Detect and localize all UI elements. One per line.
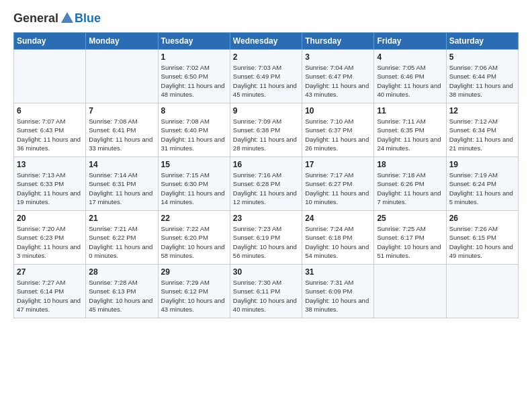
- logo-general: General: [13, 11, 58, 26]
- day-number: 3: [305, 52, 371, 62]
- day-number: 21: [89, 214, 154, 223]
- calendar-cell: [374, 265, 446, 318]
- day-number: 29: [161, 267, 227, 277]
- day-detail: Sunrise: 7:13 AM Sunset: 6:33 PM Dayligh…: [17, 171, 83, 206]
- logo-icon: [60, 11, 75, 26]
- day-number: 23: [233, 214, 299, 223]
- calendar-cell: 11Sunrise: 7:11 AM Sunset: 6:35 PM Dayli…: [374, 103, 446, 157]
- day-detail: Sunrise: 7:14 AM Sunset: 6:31 PM Dayligh…: [89, 171, 154, 206]
- day-detail: Sunrise: 7:10 AM Sunset: 6:37 PM Dayligh…: [305, 117, 371, 152]
- day-detail: Sunrise: 7:05 AM Sunset: 6:46 PM Dayligh…: [377, 63, 443, 99]
- day-number: 6: [17, 106, 83, 116]
- day-detail: Sunrise: 7:30 AM Sunset: 6:11 PM Dayligh…: [233, 278, 299, 314]
- day-number: 24: [305, 214, 371, 223]
- day-detail: Sunrise: 7:27 AM Sunset: 6:14 PM Dayligh…: [17, 278, 83, 314]
- calendar-cell: 16Sunrise: 7:16 AM Sunset: 6:28 PM Dayli…: [230, 157, 302, 211]
- calendar-cell: 28Sunrise: 7:28 AM Sunset: 6:13 PM Dayli…: [86, 265, 158, 318]
- day-number: 4: [377, 52, 443, 62]
- calendar-cell: 27Sunrise: 7:27 AM Sunset: 6:14 PM Dayli…: [14, 265, 86, 318]
- day-number: 9: [233, 106, 299, 116]
- calendar-cell: 8Sunrise: 7:08 AM Sunset: 6:40 PM Daylig…: [158, 103, 230, 157]
- calendar-cell: 17Sunrise: 7:17 AM Sunset: 6:27 PM Dayli…: [302, 157, 374, 211]
- day-detail: Sunrise: 7:22 AM Sunset: 6:20 PM Dayligh…: [161, 224, 227, 260]
- day-detail: Sunrise: 7:02 AM Sunset: 6:50 PM Dayligh…: [161, 63, 227, 99]
- day-detail: Sunrise: 7:16 AM Sunset: 6:28 PM Dayligh…: [233, 171, 299, 206]
- day-number: 1: [161, 52, 227, 62]
- calendar-cell: 2Sunrise: 7:03 AM Sunset: 6:49 PM Daylig…: [230, 50, 302, 103]
- calendar-cell: 13Sunrise: 7:13 AM Sunset: 6:33 PM Dayli…: [14, 157, 86, 211]
- calendar-cell: 7Sunrise: 7:08 AM Sunset: 6:41 PM Daylig…: [86, 103, 158, 157]
- calendar-cell: 3Sunrise: 7:04 AM Sunset: 6:47 PM Daylig…: [302, 50, 374, 103]
- calendar-cell: 26Sunrise: 7:26 AM Sunset: 6:15 PM Dayli…: [446, 211, 518, 265]
- calendar-cell: 5Sunrise: 7:06 AM Sunset: 6:44 PM Daylig…: [446, 50, 518, 103]
- calendar-cell: 4Sunrise: 7:05 AM Sunset: 6:46 PM Daylig…: [374, 50, 446, 103]
- day-detail: Sunrise: 7:20 AM Sunset: 6:23 PM Dayligh…: [17, 224, 83, 260]
- day-number: 15: [161, 160, 227, 169]
- calendar-cell: 31Sunrise: 7:31 AM Sunset: 6:09 PM Dayli…: [302, 265, 374, 318]
- day-detail: Sunrise: 7:09 AM Sunset: 6:38 PM Dayligh…: [233, 117, 299, 152]
- day-detail: Sunrise: 7:04 AM Sunset: 6:47 PM Dayligh…: [305, 63, 371, 99]
- day-detail: Sunrise: 7:19 AM Sunset: 6:24 PM Dayligh…: [449, 171, 515, 206]
- calendar-table: SundayMondayTuesdayWednesdayThursdayFrid…: [13, 32, 519, 318]
- day-detail: Sunrise: 7:08 AM Sunset: 6:40 PM Dayligh…: [161, 117, 227, 152]
- weekday-header-thursday: Thursday: [302, 33, 374, 50]
- calendar-cell: 14Sunrise: 7:14 AM Sunset: 6:31 PM Dayli…: [86, 157, 158, 211]
- day-detail: Sunrise: 7:06 AM Sunset: 6:44 PM Dayligh…: [449, 63, 515, 99]
- calendar-cell: 1Sunrise: 7:02 AM Sunset: 6:50 PM Daylig…: [158, 50, 230, 103]
- day-number: 14: [89, 160, 154, 169]
- calendar-cell: 30Sunrise: 7:30 AM Sunset: 6:11 PM Dayli…: [230, 265, 302, 318]
- day-number: 26: [449, 214, 515, 223]
- calendar-cell: 23Sunrise: 7:23 AM Sunset: 6:19 PM Dayli…: [230, 211, 302, 265]
- weekday-header-row: SundayMondayTuesdayWednesdayThursdayFrid…: [14, 33, 519, 50]
- day-detail: Sunrise: 7:11 AM Sunset: 6:35 PM Dayligh…: [377, 117, 443, 152]
- day-detail: Sunrise: 7:28 AM Sunset: 6:13 PM Dayligh…: [89, 278, 154, 314]
- calendar-week-3: 13Sunrise: 7:13 AM Sunset: 6:33 PM Dayli…: [14, 157, 519, 211]
- day-number: 31: [305, 267, 371, 277]
- day-number: 7: [89, 106, 154, 116]
- day-detail: Sunrise: 7:08 AM Sunset: 6:41 PM Dayligh…: [89, 117, 154, 152]
- calendar-cell: 22Sunrise: 7:22 AM Sunset: 6:20 PM Dayli…: [158, 211, 230, 265]
- logo: General Blue: [13, 11, 101, 26]
- calendar-cell: 21Sunrise: 7:21 AM Sunset: 6:22 PM Dayli…: [86, 211, 158, 265]
- weekday-header-wednesday: Wednesday: [230, 33, 302, 50]
- calendar-cell: 6Sunrise: 7:07 AM Sunset: 6:43 PM Daylig…: [14, 103, 86, 157]
- calendar-week-4: 20Sunrise: 7:20 AM Sunset: 6:23 PM Dayli…: [14, 211, 519, 265]
- weekday-header-tuesday: Tuesday: [158, 33, 230, 50]
- day-number: 16: [233, 160, 299, 169]
- day-detail: Sunrise: 7:23 AM Sunset: 6:19 PM Dayligh…: [233, 224, 299, 260]
- calendar-cell: 10Sunrise: 7:10 AM Sunset: 6:37 PM Dayli…: [302, 103, 374, 157]
- calendar-cell: 24Sunrise: 7:24 AM Sunset: 6:18 PM Dayli…: [302, 211, 374, 265]
- day-number: 20: [17, 214, 83, 223]
- day-detail: Sunrise: 7:17 AM Sunset: 6:27 PM Dayligh…: [305, 171, 371, 206]
- header: General Blue: [13, 11, 519, 26]
- calendar-cell: 25Sunrise: 7:25 AM Sunset: 6:17 PM Dayli…: [374, 211, 446, 265]
- day-detail: Sunrise: 7:24 AM Sunset: 6:18 PM Dayligh…: [305, 224, 371, 260]
- calendar-cell: 29Sunrise: 7:29 AM Sunset: 6:12 PM Dayli…: [158, 265, 230, 318]
- day-number: 18: [377, 160, 443, 169]
- logo-blue: Blue: [75, 11, 101, 26]
- day-number: 10: [305, 106, 371, 116]
- day-number: 8: [161, 106, 227, 116]
- day-detail: Sunrise: 7:07 AM Sunset: 6:43 PM Dayligh…: [17, 117, 83, 152]
- day-detail: Sunrise: 7:26 AM Sunset: 6:15 PM Dayligh…: [449, 224, 515, 260]
- weekday-header-sunday: Sunday: [14, 33, 86, 50]
- day-detail: Sunrise: 7:25 AM Sunset: 6:17 PM Dayligh…: [377, 224, 443, 260]
- weekday-header-saturday: Saturday: [446, 33, 518, 50]
- day-number: 11: [377, 106, 443, 116]
- weekday-header-friday: Friday: [374, 33, 446, 50]
- calendar-cell: [14, 50, 86, 103]
- day-number: 19: [449, 160, 515, 169]
- day-number: 17: [305, 160, 371, 169]
- calendar-cell: 18Sunrise: 7:18 AM Sunset: 6:26 PM Dayli…: [374, 157, 446, 211]
- day-detail: Sunrise: 7:03 AM Sunset: 6:49 PM Dayligh…: [233, 63, 299, 99]
- calendar-week-2: 6Sunrise: 7:07 AM Sunset: 6:43 PM Daylig…: [14, 103, 519, 157]
- day-number: 27: [17, 267, 83, 277]
- day-detail: Sunrise: 7:31 AM Sunset: 6:09 PM Dayligh…: [305, 278, 371, 314]
- calendar-cell: 9Sunrise: 7:09 AM Sunset: 6:38 PM Daylig…: [230, 103, 302, 157]
- day-number: 13: [17, 160, 83, 169]
- weekday-header-monday: Monday: [86, 33, 158, 50]
- day-number: 25: [377, 214, 443, 223]
- day-detail: Sunrise: 7:12 AM Sunset: 6:34 PM Dayligh…: [449, 117, 515, 152]
- calendar-week-5: 27Sunrise: 7:27 AM Sunset: 6:14 PM Dayli…: [14, 265, 519, 318]
- day-number: 5: [449, 52, 515, 62]
